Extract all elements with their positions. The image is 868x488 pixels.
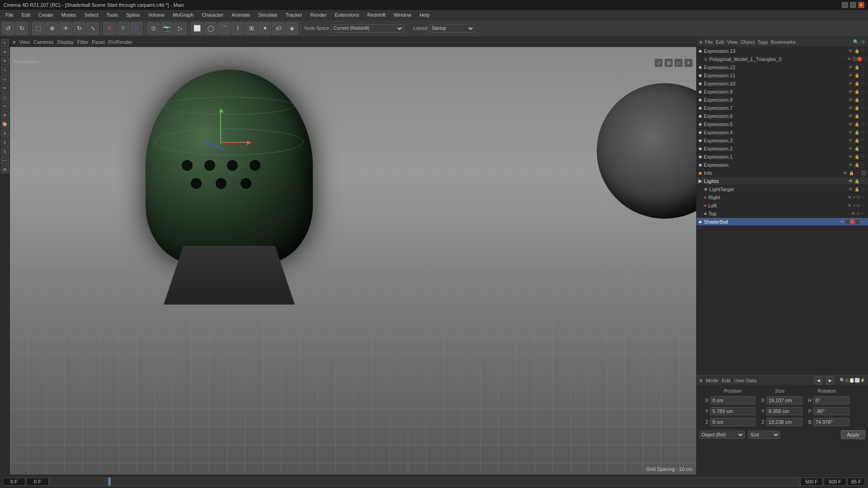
object-row-polymodel[interactable]: ◇ Polygonal_Model_1_Triangles_0 👁 ⬛🔴⋯ bbox=[697, 55, 868, 63]
nodespace-select[interactable]: Current (Redshift) bbox=[331, 24, 404, 33]
prop-b-rot[interactable] bbox=[813, 418, 849, 426]
object-row-expr5[interactable]: ◆ Expression.5 👁🔒⋯ bbox=[697, 120, 868, 128]
material-button[interactable]: ◈ bbox=[286, 22, 298, 35]
om-bookmarks[interactable]: Bookmarks bbox=[771, 39, 796, 45]
vp-filter[interactable]: Filter bbox=[77, 39, 88, 45]
prop-icons[interactable]: 🔍⚙📋🔄⚡ bbox=[840, 378, 865, 383]
object-row-shaderball[interactable]: ◈ ShaderBall 👁 ⬛🔴⬛ ⋯ bbox=[697, 218, 868, 226]
nurbs-button[interactable]: ◯ bbox=[204, 22, 217, 35]
prop-y-size[interactable] bbox=[766, 407, 802, 415]
camera-button[interactable]: 📷 bbox=[160, 22, 173, 35]
object-row-expr6[interactable]: ◆ Expression.6 👁🔒⋯ bbox=[697, 112, 868, 120]
vp-hamburger[interactable]: ≡ bbox=[13, 39, 15, 45]
lt-knife[interactable]: ✂ bbox=[1, 102, 9, 110]
apply-button[interactable]: Apply bbox=[841, 430, 865, 439]
lt-pen[interactable]: ✏ bbox=[1, 84, 9, 92]
object-row-expr11[interactable]: ◆ Expression.11 👁🔒⋯ bbox=[697, 71, 868, 80]
timeline-current-frame[interactable] bbox=[3, 478, 25, 486]
gen-button[interactable]: ⊞ bbox=[245, 22, 258, 35]
prop-tab-mode[interactable]: Mode bbox=[706, 378, 718, 383]
lt-grid[interactable]: ⊞ bbox=[1, 165, 9, 174]
y-axis-button[interactable]: Y bbox=[117, 22, 129, 35]
deform-button[interactable]: ⌇ bbox=[231, 22, 244, 35]
object-row-left[interactable]: ● Left 👁 ✓ ⊙ ⋯ bbox=[697, 202, 868, 210]
lt-floor[interactable]: — bbox=[1, 156, 9, 164]
timeline-offset-frame[interactable] bbox=[26, 478, 49, 486]
render-button[interactable]: ▷ bbox=[174, 22, 187, 35]
menubar-item-modes[interactable]: Modes bbox=[58, 11, 80, 19]
scale-button[interactable]: ⤡ bbox=[86, 22, 99, 35]
object-row-expr10[interactable]: ◆ Expression.10 👁🔒⋯ bbox=[697, 80, 868, 88]
lt-paint[interactable]: 🎨 bbox=[1, 120, 9, 128]
object-row-expr12[interactable]: ◆ Expression.12 👁🔒⋯ bbox=[697, 63, 868, 71]
close-button[interactable]: ✕ bbox=[858, 2, 864, 8]
prop-y-pos[interactable] bbox=[710, 407, 755, 415]
object-row-expr3[interactable]: ◆ Expression.3 👁🔒⋯ bbox=[697, 136, 868, 145]
tag-button[interactable]: 🏷 bbox=[272, 22, 285, 35]
om-filter-icon[interactable]: ⚙ bbox=[861, 39, 865, 44]
menubar-item-select[interactable]: Select bbox=[81, 11, 102, 19]
vp-cameras[interactable]: Cameras bbox=[33, 39, 54, 45]
lt-s3[interactable]: S bbox=[1, 147, 9, 155]
select-button[interactable]: ⊕ bbox=[46, 22, 58, 35]
timeline-end-frame2[interactable] bbox=[824, 478, 846, 486]
lt-rect[interactable]: ▭ bbox=[1, 75, 9, 83]
vp-maximize-icon[interactable]: ⤢ bbox=[655, 59, 663, 67]
menubar-item-mograph[interactable]: MoGraph bbox=[169, 11, 197, 19]
menubar-item-redshift[interactable]: Redshift bbox=[363, 11, 389, 19]
menubar-item-edit[interactable]: Edit bbox=[18, 11, 34, 19]
prop-z-pos[interactable] bbox=[710, 418, 755, 426]
vp-prorender[interactable]: ProRender bbox=[108, 39, 132, 45]
effector-button[interactable]: ✦ bbox=[259, 22, 271, 35]
lt-magnet[interactable]: ⊗ bbox=[1, 111, 9, 119]
vp-render-icon[interactable]: ▷ bbox=[675, 59, 683, 67]
vp-camera-icon[interactable]: ⊞ bbox=[665, 59, 673, 67]
object-row-expr[interactable]: ◆ Expression 👁🔒⋯ bbox=[697, 161, 868, 169]
menubar-item-file[interactable]: File bbox=[2, 11, 17, 19]
object-row-info[interactable]: ◆ Info 👁🔒⋯ ⬛ bbox=[697, 169, 868, 177]
object-row-right[interactable]: ● Right 👁 ✓ ⊙ ⋯ bbox=[697, 193, 868, 202]
menubar-item-animate[interactable]: Animate bbox=[228, 11, 253, 19]
om-edit[interactable]: Edit bbox=[716, 39, 724, 45]
prop-p-rot[interactable] bbox=[813, 407, 849, 415]
move-button[interactable]: ✛ bbox=[59, 22, 72, 35]
prop-x-pos[interactable] bbox=[710, 396, 755, 404]
prop-tab-edit[interactable]: Edit bbox=[722, 378, 731, 383]
menubar-item-help[interactable]: Help bbox=[416, 11, 434, 19]
vp-light-icon[interactable]: ☀ bbox=[684, 59, 693, 67]
object-row-expression13[interactable]: ◆ Expression.13 👁 🔒 ⋯ bbox=[697, 47, 868, 55]
lt-s2[interactable]: S bbox=[1, 138, 9, 146]
lt-rotate[interactable]: ↻ bbox=[1, 57, 9, 65]
obj-action-lock[interactable]: 🔒 bbox=[854, 48, 860, 54]
object-row-expr8[interactable]: ◆ Expression.8 👁🔒⋯ bbox=[697, 96, 868, 104]
prop-z-size[interactable] bbox=[766, 418, 802, 426]
lt-select[interactable]: ↖ bbox=[1, 39, 9, 47]
menubar-item-extensions[interactable]: Extensions bbox=[331, 11, 363, 19]
spline-button[interactable]: ⌒ bbox=[218, 22, 231, 35]
vp-panel[interactable]: Panel bbox=[92, 39, 104, 45]
obj-action-vis-poly[interactable]: 👁 bbox=[846, 56, 852, 62]
om-hamburger[interactable]: ≡ bbox=[699, 39, 702, 45]
prop-h-rot[interactable] bbox=[813, 396, 849, 404]
menubar-item-spline[interactable]: Spline bbox=[123, 11, 144, 19]
object-row-expr9[interactable]: ◆ Expression.9 👁🔒⋯ bbox=[697, 88, 868, 96]
z-axis-button[interactable]: Z bbox=[130, 22, 143, 35]
lt-poly[interactable]: △ bbox=[1, 93, 9, 101]
menubar-item-volume[interactable]: Volume bbox=[145, 11, 169, 19]
lt-s1[interactable]: S bbox=[1, 129, 9, 137]
obj-action-vis[interactable]: 👁 bbox=[847, 48, 854, 54]
menubar-item-window[interactable]: Window bbox=[390, 11, 415, 19]
menubar-item-tracker[interactable]: Tracker bbox=[282, 11, 306, 19]
om-search-icon[interactable]: 🔍 bbox=[853, 39, 859, 44]
object-row-lights[interactable]: ▶ Lights 👁🔒⋯ bbox=[697, 177, 868, 185]
obj-action-tag[interactable]: ⋯ bbox=[860, 48, 866, 54]
maximize-button[interactable]: □ bbox=[850, 2, 856, 8]
object-row-lighttarget[interactable]: ⊕ LightTarget 👁🔒⋯ bbox=[697, 185, 868, 193]
timeline-playback-frame[interactable] bbox=[847, 478, 865, 486]
om-view[interactable]: View bbox=[727, 39, 738, 45]
object-row-expr7[interactable]: ◆ Expression.7 👁🔒⋯ bbox=[697, 104, 868, 112]
menubar-item-render[interactable]: Render bbox=[307, 11, 330, 19]
object-row-expr2[interactable]: ◆ Expression.2 👁🔒⋯ bbox=[697, 145, 868, 153]
om-file[interactable]: File bbox=[705, 39, 713, 45]
om-tags[interactable]: Tags bbox=[758, 39, 768, 45]
